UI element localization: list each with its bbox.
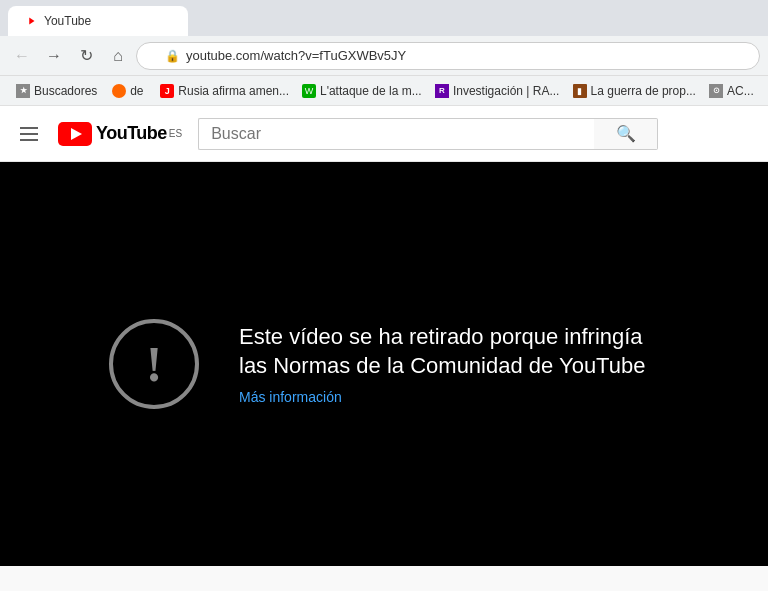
bookmark-buscadores[interactable]: ★ Buscadores [8, 82, 102, 100]
reload-icon: ↻ [80, 46, 93, 65]
error-content: ! Este vídeo se ha retirado porque infri… [49, 319, 719, 409]
youtube-logo-link[interactable]: YouTube ES [58, 122, 182, 146]
bookmark-label: de [130, 84, 143, 98]
forward-icon: → [46, 47, 62, 65]
buscadores-favicon: ★ [16, 84, 30, 98]
hamburger-icon [20, 127, 38, 129]
bookmark-label: Rusia afirma amen... [178, 84, 289, 98]
lattaque-favicon: W [302, 84, 316, 98]
tab-favicon [24, 14, 38, 28]
hamburger-icon [20, 139, 38, 141]
youtube-app: YouTube ES 🔍 ! Este vídeo se ha retirado… [0, 106, 768, 566]
bookmarks-bar: ★ Buscadores de J Rusia afirma amen... W… [0, 76, 768, 106]
rusia-favicon: J [160, 84, 174, 98]
bookmark-investigacion[interactable]: R Investigación | RA... [427, 82, 563, 100]
search-container: 🔍 [198, 118, 658, 150]
bookmark-lattaque[interactable]: W L'attaque de la m... [294, 82, 425, 100]
bookmark-label: Buscadores [34, 84, 97, 98]
back-button[interactable]: ← [8, 42, 36, 70]
exclamation-icon: ! [146, 339, 163, 389]
address-bar[interactable]: 🔒 youtube.com/watch?v=fTuGXWBv5JY [136, 42, 760, 70]
more-info-link[interactable]: Más información [239, 389, 659, 405]
youtube-logo-text: YouTube [96, 123, 167, 144]
de-favicon [112, 84, 126, 98]
video-player: ! Este vídeo se ha retirado porque infri… [0, 162, 768, 566]
error-title: Este vídeo se ha retirado porque infring… [239, 323, 659, 380]
youtube-country-code: ES [169, 128, 182, 139]
search-input[interactable] [198, 118, 594, 150]
url-text: youtube.com/watch?v=fTuGXWBv5JY [186, 48, 749, 63]
search-button[interactable]: 🔍 [594, 118, 658, 150]
guerra-favicon: ▮ [573, 84, 587, 98]
tab-title: YouTube [44, 14, 91, 28]
bookmark-guerra[interactable]: ▮ La guerra de prop... [565, 82, 700, 100]
home-icon: ⌂ [113, 47, 123, 65]
nav-bar: ← → ↻ ⌂ 🔒 youtube.com/watch?v=fTuGXWBv5J… [0, 36, 768, 76]
tabs-bar: YouTube [0, 0, 768, 36]
search-icon: 🔍 [616, 124, 636, 143]
error-icon-circle: ! [109, 319, 199, 409]
bookmark-de[interactable]: de [104, 82, 150, 100]
lock-icon: 🔒 [165, 49, 180, 63]
youtube-logo-svg [58, 122, 92, 146]
ac-favicon: ⊙ [709, 84, 723, 98]
bookmark-label: L'attaque de la m... [320, 84, 422, 98]
menu-button[interactable] [16, 123, 42, 145]
forward-button[interactable]: → [40, 42, 68, 70]
hamburger-icon [20, 133, 38, 135]
bookmark-label: La guerra de prop... [591, 84, 696, 98]
error-text-block: Este vídeo se ha retirado porque infring… [239, 323, 659, 404]
investigacion-favicon: R [435, 84, 449, 98]
reload-button[interactable]: ↻ [72, 42, 100, 70]
back-icon: ← [14, 47, 30, 65]
home-button[interactable]: ⌂ [104, 42, 132, 70]
bookmark-label: Investigación | RA... [453, 84, 560, 98]
browser-chrome: YouTube ← → ↻ ⌂ 🔒 youtube.com/watch?v=fT… [0, 0, 768, 106]
active-tab[interactable]: YouTube [8, 6, 188, 36]
bookmark-label: AC... [727, 84, 754, 98]
youtube-header: YouTube ES 🔍 [0, 106, 768, 162]
bookmark-rusia[interactable]: J Rusia afirma amen... [152, 82, 292, 100]
bookmark-ac[interactable]: ⊙ AC... [701, 82, 760, 100]
